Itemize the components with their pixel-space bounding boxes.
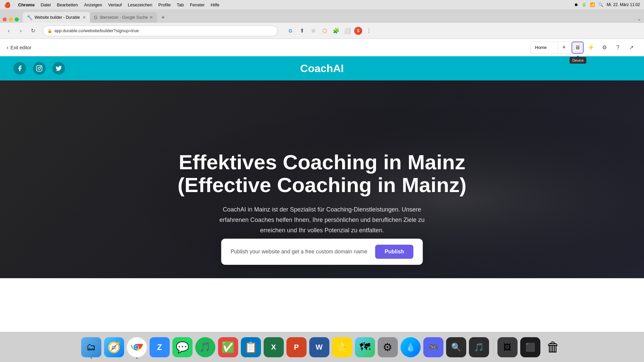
finder-icon: 🗂 (87, 342, 96, 353)
extension3-icon[interactable]: ⬜ (343, 26, 352, 36)
reeder-icon: ⭐ (336, 342, 348, 353)
chrome-icon (131, 341, 143, 353)
address-bar[interactable]: 🔒 app.durable.co/website/builder?signup=… (43, 25, 278, 36)
tab-close-2[interactable]: ✕ (150, 15, 153, 20)
window-maximize[interactable] (15, 17, 19, 21)
instagram-icon[interactable] (33, 62, 46, 75)
menubar-wifi-icon: 📶 (590, 2, 595, 7)
exit-editor-button[interactable]: ‹ Exit editor (7, 45, 32, 51)
dock: 🗂 🧭 Z 💬 (0, 332, 644, 362)
dock-excel[interactable]: X (264, 337, 284, 357)
spotify-icon: 🎵 (199, 342, 211, 353)
dock-reeder[interactable]: ⭐ (332, 337, 352, 357)
forward-button[interactable]: › (16, 26, 25, 36)
lock-icon: 🔒 (47, 28, 52, 33)
menubar-hilfe[interactable]: Hilfe (211, 2, 219, 7)
dock-word[interactable]: W (309, 337, 329, 357)
publish-button[interactable]: Publish (375, 245, 414, 259)
dock-powerpoint[interactable]: P (286, 337, 307, 357)
window-minimize[interactable] (9, 17, 13, 21)
exit-editor-label: Exit editor (10, 45, 31, 50)
settings-button[interactable]: ⚙ (598, 42, 610, 54)
back-button[interactable]: ‹ (4, 26, 13, 36)
maps-icon: 🗺 (360, 341, 370, 353)
user-avatar[interactable]: S (354, 27, 362, 35)
menubar-datei[interactable]: Datei (41, 2, 51, 7)
twitter-icon[interactable] (52, 62, 65, 75)
dock-spotify[interactable]: 🎵 (195, 337, 215, 357)
facebook-icon[interactable] (13, 62, 26, 75)
reload-button[interactable]: ↻ (28, 26, 38, 36)
hero-description: CoachAI in Mainz ist der Spezialist für … (208, 204, 436, 235)
nav-bar: ‹ › ↻ 🔒 app.durable.co/website/builder?s… (0, 23, 644, 39)
excel-icon: X (271, 343, 276, 352)
website-area: CoachAI Effektives Coaching in Mainz(Eff… (0, 56, 644, 332)
tab-active[interactable]: 🔧 Website builder - Durable ✕ (23, 12, 90, 23)
external-link-button[interactable]: ↗ (625, 42, 637, 54)
dock-music[interactable]: 🎵 (469, 337, 489, 357)
menubar-bearbeiten[interactable]: Bearbeiten (57, 2, 78, 7)
dock-2do[interactable]: ✅ (218, 337, 238, 357)
lightning-button[interactable]: ⚡ (585, 42, 597, 54)
dock-settings[interactable]: ⚙ (378, 337, 398, 357)
menubar-lesezeichen[interactable]: Lesezeichen (128, 2, 152, 7)
menubar-verlauf[interactable]: Verlauf (108, 2, 122, 7)
new-tab-button[interactable]: + (158, 13, 168, 22)
menubar-tab[interactable]: Tab (177, 2, 184, 7)
dock-safari[interactable]: 🧭 (104, 337, 124, 357)
dock-app2[interactable]: ⬛ (520, 337, 540, 357)
more-options-icon[interactable]: ⋮ (364, 26, 374, 36)
social-icons (13, 62, 65, 75)
help-button[interactable]: ? (612, 42, 624, 54)
dock-airdrop[interactable]: 💧 (400, 337, 421, 357)
whatsapp-icon: 💬 (176, 341, 189, 354)
word-icon: W (316, 343, 323, 352)
settings-dock-icon: ⚙ (383, 341, 392, 354)
tab-bar: 🔧 Website builder - Durable ✕ G übersetz… (0, 9, 644, 23)
menubar-right: ⏺ 🔋 📶 🔍 Mi. 22. März 11:02 (574, 2, 640, 7)
tab-list-icon[interactable]: ⌄ (637, 16, 641, 21)
safari-icon: 🧭 (107, 341, 121, 354)
hero-section: Effektives Coaching in Mainz(Effective C… (0, 80, 644, 278)
tab-inactive[interactable]: G übersetzer - Google Suche ✕ (90, 12, 157, 23)
nav-right-icons: G ⬆ ☆ ⬡ 🧩 ⬜ S ⋮ (286, 26, 374, 36)
google-icon[interactable]: G (286, 26, 295, 36)
dock-divider (493, 339, 493, 356)
dock-zoom[interactable]: Z (150, 337, 170, 357)
extension2-icon[interactable]: 🧩 (331, 26, 341, 36)
search-dock-icon: 🔍 (451, 343, 461, 352)
apple-menu[interactable]: 🍎 (4, 2, 11, 8)
settings-icon: ⚙ (602, 44, 607, 51)
tab-close-1[interactable]: ✕ (83, 15, 86, 20)
dock-trash[interactable]: 🗑 (543, 337, 563, 357)
music-icon: 🎵 (474, 343, 484, 352)
dock-chrome[interactable] (127, 337, 147, 357)
menubar-search-icon[interactable]: 🔍 (598, 2, 603, 7)
dock-maps[interactable]: 🗺 (355, 337, 375, 357)
dock-search[interactable]: 🔍 (446, 337, 466, 357)
dock-discord[interactable]: 🎮 (423, 337, 443, 357)
device-button[interactable]: 🖥 Device (572, 42, 584, 54)
tab-favicon-2: G (94, 15, 98, 20)
svg-rect-0 (37, 66, 42, 71)
bookmark-icon[interactable]: ☆ (309, 26, 318, 36)
svg-point-6 (135, 346, 139, 349)
share-icon[interactable]: ⬆ (297, 26, 307, 36)
window-close[interactable] (3, 17, 7, 21)
screenie-icon: 🖼 (503, 343, 512, 352)
extension1-icon[interactable]: ⬡ (320, 26, 329, 36)
menubar-chrome[interactable]: Chrome (18, 2, 35, 7)
dock-trello[interactable]: 📋 (241, 337, 261, 357)
tab-favicon-1: 🔧 (27, 15, 33, 20)
menubar-profile[interactable]: Profile (158, 2, 171, 7)
publish-text: Publish your website and get a free cust… (230, 249, 367, 255)
browser-window: 🔧 Website builder - Durable ✕ G übersetz… (0, 9, 644, 332)
dock-screenie[interactable]: 🖼 (497, 337, 518, 357)
tab-title-1: Website builder - Durable (35, 15, 80, 20)
dock-finder[interactable]: 🗂 (81, 337, 101, 357)
dock-whatsapp[interactable]: 💬 (172, 337, 193, 357)
add-page-button[interactable]: + (558, 42, 570, 53)
hero-text: Effektives Coaching in Mainz(Effective C… (171, 151, 473, 246)
menubar-fenster[interactable]: Fenster (190, 2, 205, 7)
menubar-anzeigen[interactable]: Anzeigen (84, 2, 102, 7)
